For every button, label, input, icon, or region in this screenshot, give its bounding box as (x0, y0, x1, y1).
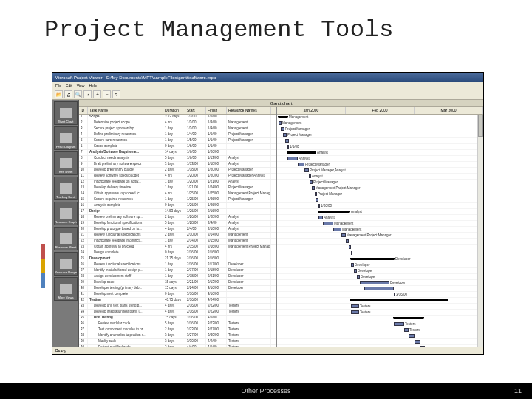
gantt-bar[interactable] (346, 239, 349, 243)
table-row[interactable]: 5Secure core resources1 day1/5/001/6/00P… (79, 138, 276, 144)
table-row[interactable]: 10Develop preliminary budget2 days1/18/0… (79, 168, 276, 174)
table-row[interactable]: 19Develop functional specifications5 day… (79, 221, 276, 227)
gantt-bar[interactable]: Management,Project Manager (312, 186, 315, 190)
table-row[interactable]: 29Develop code15 days2/21/003/13/00Devel… (79, 280, 276, 286)
gantt-bar[interactable]: Management (279, 121, 282, 125)
gantt-bar[interactable]: Project Manager (281, 127, 284, 131)
gantt-bar[interactable] (364, 287, 394, 290)
menu-file[interactable]: File (55, 83, 61, 88)
gantt-bar[interactable]: Testers (351, 310, 359, 314)
viewbar-gantt-chart[interactable]: Gantt Chart (54, 101, 78, 125)
table-row[interactable]: 24Design complete0 days2/16/002/16/00 (79, 250, 276, 256)
open-icon[interactable]: 📂 (55, 90, 63, 98)
viewbar-resource-sheet[interactable]: Resource Sheet (54, 227, 78, 250)
menu-view[interactable]: View (77, 83, 85, 88)
gantt-bar[interactable] (285, 139, 289, 143)
viewbar-resource-graph[interactable]: Resource Graph (54, 202, 78, 225)
preview-icon[interactable]: 🔍 (74, 90, 82, 98)
gantt-bar[interactable]: Project Manager (315, 192, 317, 196)
gantt-bar[interactable]: Analyst (318, 211, 349, 213)
table-row[interactable]: 27Identify modular/tiered design p...1 d… (79, 268, 276, 274)
table-row[interactable]: 18Review preliminary software sp...2 day… (79, 215, 276, 221)
goto-icon[interactable]: ⇥ (83, 90, 92, 98)
gantt-bar[interactable]: Analyst (318, 216, 323, 219)
gantt-bar[interactable]: 1/6/00 (287, 145, 289, 149)
table-row[interactable]: 17Design14.53 days1/26/002/16/00 (79, 209, 276, 215)
gantt-bar[interactable]: Analyst (287, 151, 316, 154)
menu-edit[interactable]: Edit (66, 83, 72, 88)
gantt-bar[interactable]: Developer (351, 263, 354, 267)
table-row[interactable]: 38Identify anomalies to product s...3 da… (79, 333, 276, 339)
table-row[interactable]: 36Review modular code5 days3/16/003/23/0… (79, 321, 276, 327)
table-row[interactable]: 4Define preliminary resources1 day1/4/00… (79, 132, 276, 138)
print-icon[interactable]: 🖨 (64, 90, 72, 98)
gantt-bar[interactable]: Developer (357, 275, 360, 279)
col-start[interactable]: Start (185, 107, 206, 114)
gantt-bar[interactable]: Analyst (309, 174, 311, 178)
table-row[interactable]: 26Review functional specifications1 day2… (79, 262, 276, 268)
table-row[interactable]: 30Developer testing (primary deb...15 da… (79, 286, 276, 292)
table-row[interactable]: 28Assign development staff1 day2/18/002/… (79, 274, 276, 280)
table-row[interactable]: 12Incorporate feedback on softw...1 day1… (79, 180, 276, 185)
col-duration[interactable]: Duration (163, 107, 185, 114)
zoom-in-icon[interactable]: ＋ (93, 90, 101, 98)
scrollbar-thumb[interactable] (478, 115, 483, 137)
gantt-bar[interactable]: Management (323, 222, 333, 225)
col-id[interactable]: ID (79, 107, 88, 114)
gantt-bar[interactable]: Testers (351, 304, 359, 308)
viewbar-pert-diagram[interactable]: PERT Diagram (54, 126, 78, 150)
gantt-bar[interactable]: Management,Project Manager (341, 233, 346, 237)
help-icon[interactable]: ? (112, 90, 120, 98)
table-row[interactable]: 33Develop unit test plans using p...4 da… (79, 304, 276, 310)
table-row[interactable]: 31Development complete0 days3/16/003/16/… (79, 292, 276, 298)
table-row[interactable]: 34Develop integration test plans u...4 d… (79, 310, 276, 316)
gantt-bar[interactable]: 3/16/00 (394, 293, 395, 296)
menubar[interactable]: File Edit View Help (52, 82, 483, 89)
gantt-bar[interactable]: Developer (354, 269, 357, 273)
table-row[interactable]: 32Testing48.75 days2/16/004/24/00 (79, 298, 276, 304)
gantt-bar[interactable]: 1/26/00 (318, 204, 320, 208)
gantt-bar[interactable] (351, 251, 352, 255)
table-row[interactable]: 23Obtain approval to proceed4 hrs2/15/00… (79, 245, 276, 250)
gantt-bar[interactable]: Project Manager (310, 180, 313, 184)
vertical-scrollbar[interactable] (477, 115, 483, 347)
gantt-bar[interactable] (415, 340, 420, 344)
gantt-bar[interactable]: Developer (360, 281, 389, 284)
gantt-bar[interactable] (394, 317, 423, 319)
table-row[interactable]: 14Obtain approvals to proceed (c...4 hrs… (79, 191, 276, 197)
viewbar-resource-usage[interactable]: Resource Usage (54, 252, 78, 276)
task-grid[interactable]: ID Task Name Duration Start Finish Resou… (79, 107, 277, 347)
gantt-bar[interactable]: Management (333, 228, 341, 231)
gantt-chart[interactable]: Jan 2000 Feb 2000 Mar 2000 ManagementMan… (277, 107, 483, 347)
table-row[interactable]: 21Review functional specifications2 days… (79, 233, 276, 239)
col-finish[interactable]: Finish (206, 107, 227, 114)
gantt-bar[interactable]: Testers (404, 328, 409, 332)
table-row[interactable]: 7Analysis/Software Requireme...14 days1/… (79, 150, 276, 156)
table-row[interactable]: 13Develop delivery timeline1 day1/21/001… (79, 185, 276, 191)
gantt-bar[interactable]: Project Manager,Analyst (304, 168, 309, 172)
gantt-bar[interactable] (420, 346, 425, 347)
window-titlebar[interactable]: Microsoft Project Viewer - D:\My Documen… (52, 73, 483, 82)
gantt-bar[interactable]: Project Manager (298, 163, 304, 166)
table-row[interactable]: 39Modify code3 days3/30/004/4/00Testers (79, 339, 276, 345)
gantt-bar[interactable]: Project Manager (283, 133, 287, 137)
menu-help[interactable]: Help (89, 83, 96, 88)
table-row[interactable]: 6Scope complete0 days1/6/001/6/00 (79, 144, 276, 150)
col-resources[interactable]: Resource Names (227, 107, 271, 114)
table-row[interactable]: 11Review software specs/budget4 hrs1/20/… (79, 174, 276, 180)
gantt-bar[interactable]: Developer (351, 258, 394, 260)
gantt-bar[interactable]: Analyst (287, 157, 298, 160)
table-row[interactable]: 35Unit Testing15 days3/16/004/6/00 (79, 316, 276, 321)
gantt-bar[interactable]: Management (279, 116, 287, 118)
col-task-name[interactable]: Task Name (88, 107, 163, 114)
table-row[interactable]: 22Incorporate feedback into funct...1 da… (79, 239, 276, 245)
gantt-bar[interactable] (349, 245, 351, 249)
table-row[interactable]: 3Secure project sponsorship1 day1/3/001/… (79, 126, 276, 132)
viewbar-more-views[interactable]: More Views (54, 277, 78, 301)
table-row[interactable]: 15Secure required resources1 day1/25/001… (79, 197, 276, 203)
table-row[interactable]: 25Development21.75 days2/16/003/16/00 (79, 256, 276, 262)
gantt-bar[interactable] (316, 198, 318, 202)
zoom-out-icon[interactable]: － (103, 90, 111, 98)
table-row[interactable]: 16Analysis complete0 days1/26/001/26/00 (79, 203, 276, 209)
table-row[interactable]: 40Re-test modified code2 days4/4/004/6/0… (79, 345, 276, 347)
